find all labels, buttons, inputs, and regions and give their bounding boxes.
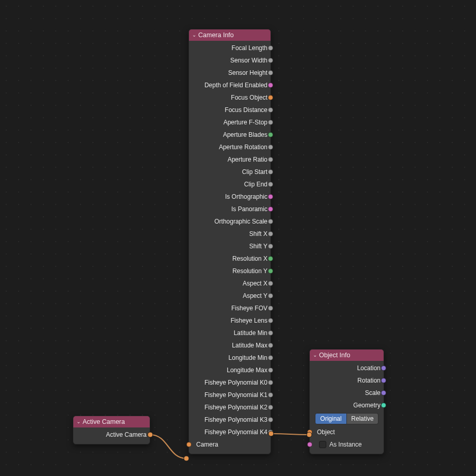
socket-out[interactable] xyxy=(268,169,273,174)
node-active-camera[interactable]: ⌄ Active Camera Active Camera xyxy=(73,416,150,445)
socket-out[interactable] xyxy=(268,95,273,100)
transform-relative-button[interactable]: Relative xyxy=(347,413,378,424)
output-label: Resolution X xyxy=(232,255,267,262)
transform-original-button[interactable]: Original xyxy=(315,413,347,424)
output-label: Fisheye Polynomial K4 xyxy=(204,429,267,436)
output-label: Rotation xyxy=(357,377,380,384)
output-row: Fisheye Polynomial K1 xyxy=(189,389,271,401)
output-row: Aspect X xyxy=(189,277,271,290)
socket-out[interactable] xyxy=(268,355,273,360)
node-body: Active Camera xyxy=(73,427,150,444)
svg-point-1 xyxy=(184,456,189,461)
output-label: Depth of Field Enabled xyxy=(204,82,267,89)
socket-out[interactable] xyxy=(268,157,273,162)
socket-out[interactable] xyxy=(268,207,273,212)
chevron-down-icon: ⌄ xyxy=(313,353,317,358)
socket-out[interactable] xyxy=(268,120,273,125)
socket-out[interactable] xyxy=(268,244,273,249)
output-label: Longitude Max xyxy=(227,367,267,374)
socket-out[interactable] xyxy=(268,182,273,187)
socket-out[interactable] xyxy=(268,70,273,75)
socket-out[interactable] xyxy=(268,293,273,298)
output-row: Is Orthographic xyxy=(189,191,271,203)
output-row: Latitude Min xyxy=(189,327,271,339)
socket-in[interactable] xyxy=(307,430,312,435)
output-row: Resolution X xyxy=(189,252,271,265)
socket-out[interactable] xyxy=(268,45,273,51)
output-label: Geometry xyxy=(353,402,380,409)
output-row: Focus Distance xyxy=(189,104,271,116)
output-label: Location xyxy=(357,364,380,372)
output-row: Focal Length xyxy=(189,42,271,54)
output-row: Fisheye Polynomial K2 xyxy=(189,401,271,414)
output-row: Is Panoramic xyxy=(189,203,271,215)
socket-out[interactable] xyxy=(268,318,273,323)
input-as-instance: As Instance xyxy=(310,438,384,451)
output-row: Fisheye FOV xyxy=(189,302,271,314)
socket-out[interactable] xyxy=(268,417,273,422)
socket-out[interactable] xyxy=(268,405,273,410)
socket-out[interactable] xyxy=(268,392,273,398)
output-label: Fisheye Polynomial K2 xyxy=(204,404,267,411)
socket-out[interactable] xyxy=(147,432,152,437)
output-row: Clip End xyxy=(189,178,271,191)
socket-out[interactable] xyxy=(268,330,273,336)
output-label: Sensor Height xyxy=(228,69,267,76)
socket-in[interactable] xyxy=(307,442,312,447)
as-instance-checkbox[interactable] xyxy=(319,441,326,448)
socket-out[interactable] xyxy=(381,390,386,395)
socket-out[interactable] xyxy=(268,256,273,261)
node-object-info[interactable]: ⌄ Object Info LocationRotationScaleGeome… xyxy=(309,349,384,454)
output-row: Orthographic Scale xyxy=(189,215,271,228)
output-label: Fisheye Lens xyxy=(231,317,267,324)
output-label: Shift Y xyxy=(249,243,267,250)
output-label: Resolution Y xyxy=(232,267,267,275)
transform-space-enum: OriginalRelative xyxy=(310,411,384,426)
output-label: Fisheye Polynomial K0 xyxy=(204,379,267,386)
socket-out[interactable] xyxy=(268,132,273,137)
node-body: Focal LengthSensor WidthSensor HeightDep… xyxy=(189,41,271,454)
output-row: Aperture Rotation xyxy=(189,141,271,153)
socket-out[interactable] xyxy=(268,219,273,224)
socket-out[interactable] xyxy=(268,268,273,274)
socket-out[interactable] xyxy=(268,145,273,150)
socket-out[interactable] xyxy=(268,107,273,113)
node-link xyxy=(271,432,310,437)
socket-out[interactable] xyxy=(268,380,273,385)
output-label: Latitude Max xyxy=(232,342,267,349)
output-label: Sensor Width xyxy=(230,57,267,64)
output-row: Fisheye Polynomial K3 xyxy=(189,414,271,426)
socket-out[interactable] xyxy=(381,366,386,371)
output-label: Aspect X xyxy=(243,280,267,287)
socket-out[interactable] xyxy=(268,58,273,63)
output-label: Aperture F-Stop xyxy=(224,119,267,126)
node-title: Active Camera xyxy=(83,418,125,425)
node-header[interactable]: ⌄ Camera Info xyxy=(189,29,271,41)
output-row: Fisheye Lens xyxy=(189,314,271,327)
node-header[interactable]: ⌄ Object Info xyxy=(310,350,384,361)
socket-out[interactable] xyxy=(268,306,273,311)
socket-out[interactable] xyxy=(381,403,386,408)
output-label: Fisheye FOV xyxy=(231,305,267,312)
output-row: Scale xyxy=(310,387,384,399)
node-header[interactable]: ⌄ Active Camera xyxy=(73,416,150,427)
output-label: Is Panoramic xyxy=(231,205,267,213)
socket-out[interactable] xyxy=(268,231,273,236)
output-row: Aperture Blades xyxy=(189,129,271,141)
socket-out[interactable] xyxy=(268,368,273,373)
socket-out[interactable] xyxy=(268,83,273,88)
output-label: Focal Length xyxy=(232,44,267,52)
output-row: Focus Object xyxy=(189,91,271,104)
socket-out[interactable] xyxy=(381,378,386,383)
socket-out[interactable] xyxy=(268,430,273,435)
output-row: Sensor Width xyxy=(189,54,271,67)
output-label: Clip End xyxy=(244,181,267,188)
socket-in[interactable] xyxy=(186,442,192,447)
output-row: Aperture F-Stop xyxy=(189,116,271,129)
socket-out[interactable] xyxy=(268,194,273,199)
socket-out[interactable] xyxy=(268,281,273,286)
node-camera-info[interactable]: ⌄ Camera Info Focal LengthSensor WidthSe… xyxy=(188,29,271,454)
input-label: Object xyxy=(317,429,335,436)
output-label: Aperture Rotation xyxy=(219,144,267,151)
socket-out[interactable] xyxy=(268,343,273,348)
